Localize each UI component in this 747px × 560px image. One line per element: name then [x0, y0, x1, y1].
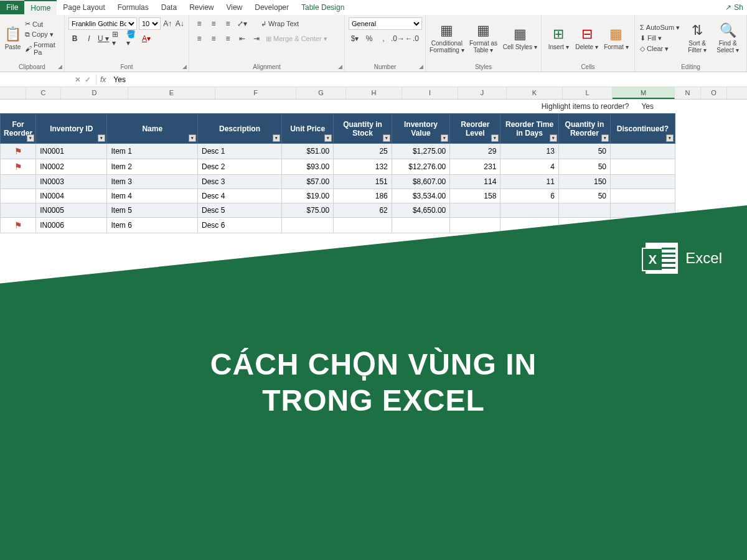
- clipboard-launcher-icon[interactable]: ◢: [58, 63, 62, 70]
- table-cell[interactable]: 13: [500, 144, 559, 159]
- table-cell[interactable]: IN0001: [36, 144, 107, 159]
- table-cell[interactable]: 50: [558, 144, 610, 159]
- decrease-indent-icon[interactable]: ⇤: [236, 32, 248, 45]
- tab-home[interactable]: Home: [24, 0, 57, 15]
- table-cell[interactable]: 158: [450, 189, 500, 203]
- table-cell[interactable]: Desc 5: [197, 203, 281, 218]
- colhdr-l[interactable]: L: [563, 87, 613, 99]
- colhdr-k[interactable]: K: [507, 87, 563, 99]
- number-format-select[interactable]: General: [349, 17, 422, 30]
- table-row[interactable]: IN0005Item 5Desc 5$75.0062$4,650.00: [1, 203, 675, 218]
- table-cell[interactable]: IN0004: [36, 189, 107, 203]
- tab-table-design[interactable]: Table Design: [295, 1, 350, 14]
- wrap-text-button[interactable]: ↲Wrap Text: [260, 19, 300, 29]
- table-header[interactable]: Quantity in Reorder▾: [558, 114, 610, 144]
- sort-filter-button[interactable]: ⇅Sort & Filter ▾: [683, 17, 712, 58]
- table-cell[interactable]: $12,276.00: [392, 159, 450, 175]
- colhdr-c[interactable]: C: [26, 87, 61, 99]
- table-cell[interactable]: Item 2: [107, 159, 198, 175]
- filter-icon[interactable]: ▾: [27, 134, 34, 142]
- table-cell[interactable]: 231: [450, 159, 500, 175]
- paste-button[interactable]: 📋 Paste: [4, 17, 22, 58]
- align-right-icon[interactable]: ≡: [222, 32, 234, 45]
- autosum-button[interactable]: ΣAutoSum ▾: [639, 23, 681, 32]
- table-cell[interactable]: 132: [334, 159, 392, 175]
- table-cell[interactable]: Desc 2: [197, 159, 281, 175]
- filter-icon[interactable]: ▾: [273, 134, 280, 142]
- number-launcher-icon[interactable]: ◢: [419, 63, 423, 70]
- merge-center-button[interactable]: ⊞Merge & Center ▾: [265, 34, 329, 44]
- filter-icon[interactable]: ▾: [324, 134, 332, 142]
- table-cell[interactable]: [392, 218, 450, 233]
- font-launcher-icon[interactable]: ◢: [182, 63, 187, 70]
- table-cell[interactable]: 62: [334, 203, 392, 218]
- tab-file[interactable]: File: [0, 1, 24, 14]
- table-cell[interactable]: 150: [558, 175, 610, 189]
- table-header[interactable]: Description▾: [197, 114, 281, 144]
- table-cell[interactable]: [611, 144, 675, 159]
- table-cell[interactable]: $4,650.00: [392, 203, 450, 218]
- table-cell[interactable]: ⚑: [1, 218, 36, 233]
- border-button[interactable]: ⊞ ▾: [111, 32, 124, 45]
- align-middle-icon[interactable]: ≡: [207, 17, 220, 30]
- colhdr-i[interactable]: I: [402, 87, 458, 99]
- table-header[interactable]: Inventory Value▾: [392, 114, 450, 144]
- table-cell[interactable]: 50: [558, 189, 610, 203]
- conditional-formatting-button[interactable]: ▦Conditional Formatting ▾: [430, 17, 464, 58]
- colhdr-n[interactable]: N: [675, 87, 701, 99]
- filter-icon[interactable]: ▾: [601, 134, 609, 142]
- filter-icon[interactable]: ▾: [550, 134, 557, 142]
- table-cell[interactable]: Desc 1: [197, 144, 281, 159]
- font-name-select[interactable]: Franklin Gothic Boo: [68, 17, 137, 30]
- table-cell[interactable]: IN0005: [36, 203, 107, 218]
- colhdr-j[interactable]: J: [458, 87, 507, 99]
- table-cell[interactable]: $1,275.00: [392, 144, 450, 159]
- table-row[interactable]: IN0004Item 4Desc 4$19.00186$3,534.001586…: [1, 189, 675, 203]
- table-cell[interactable]: $8,607.00: [392, 175, 450, 189]
- tab-developer[interactable]: Developer: [248, 1, 295, 14]
- align-bottom-icon[interactable]: ≡: [222, 17, 234, 30]
- table-cell[interactable]: [282, 218, 334, 233]
- table-cell[interactable]: $93.00: [282, 159, 334, 175]
- align-left-icon[interactable]: ≡: [193, 32, 205, 45]
- format-as-table-button[interactable]: ▦Format as Table ▾: [466, 17, 501, 58]
- table-cell[interactable]: IN0003: [36, 175, 107, 189]
- table-cell[interactable]: [558, 203, 610, 218]
- table-cell[interactable]: $57.00: [282, 175, 334, 189]
- format-button[interactable]: ▦Format ▾: [602, 17, 631, 58]
- copy-button[interactable]: ⧉Copy ▾: [24, 30, 60, 39]
- fx-icon[interactable]: fx: [96, 75, 110, 84]
- accept-formula-icon[interactable]: ✓: [85, 75, 91, 84]
- table-cell[interactable]: IN0006: [36, 218, 107, 233]
- table-cell[interactable]: Item 5: [107, 203, 198, 218]
- underline-button[interactable]: U ▾: [97, 32, 110, 45]
- insert-button[interactable]: ⊞Insert ▾: [545, 17, 571, 58]
- orientation-icon[interactable]: ⤢▾: [236, 17, 248, 30]
- delete-button[interactable]: ⊟Delete ▾: [573, 17, 599, 58]
- filter-icon[interactable]: ▾: [383, 134, 390, 142]
- filter-icon[interactable]: ▾: [491, 134, 499, 142]
- increase-indent-icon[interactable]: ⇥: [250, 32, 263, 45]
- table-cell[interactable]: $51.00: [282, 144, 334, 159]
- accounting-format-icon[interactable]: $▾: [349, 32, 361, 45]
- table-cell[interactable]: IN0002: [36, 159, 107, 175]
- filter-icon[interactable]: ▾: [98, 134, 105, 142]
- table-cell[interactable]: $19.00: [282, 189, 334, 203]
- table-cell[interactable]: [611, 175, 675, 189]
- alignment-launcher-icon[interactable]: ◢: [338, 63, 342, 70]
- table-cell[interactable]: 29: [450, 144, 500, 159]
- table-header[interactable]: Reorder Level▾: [450, 114, 500, 144]
- table-cell[interactable]: Desc 4: [197, 189, 281, 203]
- tab-page-layout[interactable]: Page Layout: [57, 1, 111, 14]
- table-cell[interactable]: Desc 3: [197, 175, 281, 189]
- table-row[interactable]: ⚑IN0001Item 1Desc 1$51.0025$1,275.002913…: [1, 144, 675, 159]
- table-cell[interactable]: Item 6: [107, 218, 198, 233]
- fill-color-button[interactable]: 🪣▾: [126, 32, 138, 45]
- table-cell[interactable]: Item 1: [107, 144, 198, 159]
- table-cell[interactable]: ⚑: [1, 159, 36, 175]
- tab-data[interactable]: Data: [155, 1, 183, 14]
- table-cell[interactable]: [611, 189, 675, 203]
- table-cell[interactable]: 151: [334, 175, 392, 189]
- table-cell[interactable]: [450, 218, 500, 233]
- table-header[interactable]: Unit Price▾: [282, 114, 334, 144]
